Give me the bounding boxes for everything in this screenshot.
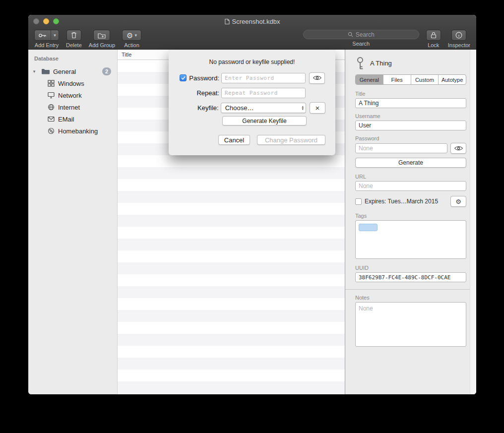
- tags-box[interactable]: [355, 220, 466, 259]
- sidebar-item-general[interactable]: ▾ General 2: [28, 65, 117, 77]
- lock-icon: [431, 32, 437, 39]
- generate-keyfile-label: Generate Keyfile: [242, 118, 286, 124]
- close-button[interactable]: [33, 18, 39, 24]
- lock-group: Lock: [426, 30, 441, 48]
- sheet-message: No password or keyfile supplied!: [169, 59, 335, 65]
- eye-icon: [313, 75, 321, 81]
- expires-row: Expires: Tues…March 2015 ⚙: [355, 196, 466, 207]
- search-input[interactable]: Search: [303, 30, 419, 39]
- keyfile-label: Keyfile:: [197, 104, 219, 112]
- action-label: Action: [124, 42, 139, 48]
- zoom-button[interactable]: [53, 18, 59, 24]
- username-field[interactable]: [355, 121, 466, 130]
- add-entry-group: ▾ Add Entry: [34, 30, 59, 48]
- generate-password-button[interactable]: Generate: [355, 158, 466, 168]
- eye-icon: [454, 145, 463, 151]
- tab-custom[interactable]: Custom: [411, 75, 439, 84]
- expires-checkbox[interactable]: [355, 198, 362, 205]
- title-field[interactable]: [355, 98, 466, 108]
- add-group-group: Add Group: [89, 30, 115, 48]
- add-group-label: Add Group: [89, 42, 115, 48]
- reveal-password-button[interactable]: [450, 143, 466, 154]
- reveal-password-button[interactable]: [309, 72, 325, 84]
- inspector-panel: A Thing General Files Custom Autotype Ti…: [345, 50, 476, 394]
- sidebar-item-homebanking[interactable]: Homebanking: [28, 125, 117, 137]
- gear-icon: ⚙: [455, 198, 461, 205]
- key-icon: [355, 57, 365, 70]
- clear-keyfile-button[interactable]: ×: [310, 102, 325, 114]
- sidebar-item-windows[interactable]: Windows: [28, 77, 117, 89]
- tab-files[interactable]: Files: [383, 75, 411, 84]
- close-icon: ×: [315, 104, 320, 112]
- sidebar: Database ▾ General 2 Windows Network: [28, 50, 118, 394]
- group-label: Windows: [58, 80, 84, 87]
- group-label: Network: [58, 92, 82, 99]
- toolbar: ▾ Add Entry Delete Add Group ⚙ ▾ Action: [28, 28, 476, 50]
- column-title-label: Title: [122, 52, 131, 58]
- group-label: Internet: [58, 104, 80, 111]
- group-label: Homebanking: [58, 127, 98, 135]
- lock-button[interactable]: [426, 30, 441, 41]
- title-field-label: Title: [355, 91, 466, 97]
- add-group-button[interactable]: [93, 30, 110, 41]
- gear-icon: ⚙: [126, 32, 133, 39]
- sidebar-item-network[interactable]: Network: [28, 89, 117, 101]
- tags-label: Tags: [355, 213, 466, 219]
- password-field-row: [355, 143, 466, 154]
- window-title: Screenshot.kdbx: [225, 18, 280, 25]
- search-icon: [348, 32, 353, 37]
- password-checkbox[interactable]: [180, 74, 187, 81]
- change-password-button[interactable]: Change Password: [257, 135, 325, 145]
- cancel-label: Cancel: [224, 136, 244, 144]
- document-icon: [225, 18, 230, 25]
- delete-group: Delete: [66, 30, 82, 48]
- delete-button[interactable]: [66, 30, 81, 41]
- repeat-row: Repeat:: [179, 87, 325, 98]
- tab-general[interactable]: General: [356, 75, 383, 84]
- tab-autotype[interactable]: Autotype: [439, 75, 466, 84]
- inspector-toolbar-label: Inspector: [448, 42, 470, 48]
- change-password-label: Change Password: [265, 136, 317, 144]
- keyfile-row: Keyfile: Choose… ▴ ▾ ×: [179, 102, 325, 113]
- password-label-cell: Password:: [179, 74, 221, 82]
- group-label: EMail: [58, 116, 74, 123]
- tag-chip[interactable]: [359, 224, 378, 231]
- chevron-down-icon: ▾: [302, 108, 304, 110]
- entry-title: A Thing: [370, 60, 392, 67]
- expires-settings-button[interactable]: ⚙: [450, 196, 466, 207]
- info-icon: [455, 32, 462, 39]
- password-input[interactable]: [221, 73, 306, 83]
- inspector-button[interactable]: [451, 30, 466, 41]
- sidebar-item-internet[interactable]: Internet: [28, 101, 117, 113]
- scrollbar-track[interactable]: [470, 50, 476, 394]
- envelope-icon: [48, 116, 55, 123]
- repeat-label: Repeat:: [196, 89, 219, 97]
- inspector-tabs: General Files Custom Autotype: [355, 74, 466, 85]
- disclosure-triangle-icon[interactable]: ▾: [31, 69, 37, 74]
- cancel-button[interactable]: Cancel: [218, 135, 250, 145]
- generate-keyfile-button[interactable]: Generate Keyfile: [222, 116, 307, 125]
- delete-label: Delete: [66, 42, 82, 48]
- action-dropdown-chevron: ▾: [134, 33, 137, 38]
- keyfile-popup-value: Choose…: [225, 104, 254, 112]
- keyfile-popup[interactable]: Choose… ▴ ▾: [221, 103, 306, 113]
- add-entry-button[interactable]: ▾: [34, 30, 59, 41]
- folder-icon: [42, 68, 50, 74]
- titlebar: Screenshot.kdbx: [28, 15, 476, 28]
- password-label: Password:: [189, 74, 219, 82]
- url-field[interactable]: [355, 181, 466, 191]
- notes-field[interactable]: [355, 302, 466, 347]
- notes-divider: [345, 289, 476, 290]
- search-toolbar-label: Search: [352, 41, 370, 47]
- minimize-button[interactable]: [43, 18, 49, 24]
- folder-plus-icon: [98, 32, 106, 39]
- trash-icon: [71, 32, 77, 39]
- password-field[interactable]: [355, 143, 447, 153]
- sidebar-item-email[interactable]: EMail: [28, 113, 117, 125]
- action-button[interactable]: ⚙ ▾: [122, 30, 141, 41]
- repeat-password-input[interactable]: [221, 88, 306, 98]
- group-badge: 2: [102, 67, 111, 75]
- search-placeholder: Search: [356, 31, 375, 38]
- add-entry-dropdown[interactable]: ▾: [51, 33, 59, 38]
- uuid-field[interactable]: [355, 272, 466, 282]
